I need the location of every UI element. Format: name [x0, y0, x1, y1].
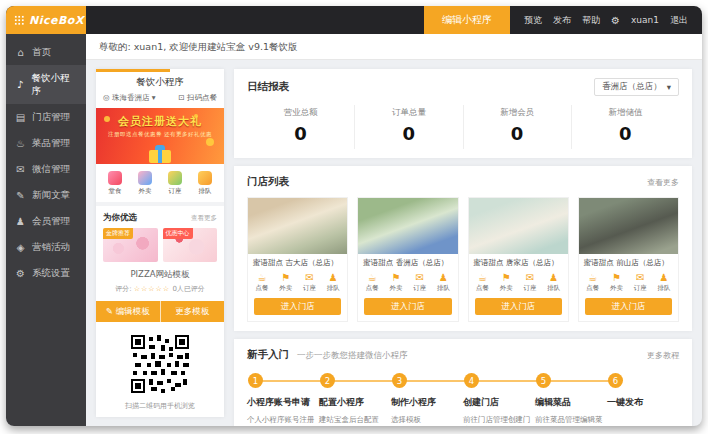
store-action-delivery[interactable]: ⚑外卖 — [500, 272, 513, 293]
sidebar-item-dish-management[interactable]: ♨ 菜品管理 — [6, 130, 86, 156]
sidebar-label: 门店管理 — [32, 111, 70, 124]
right-column: 日结报表 香洲店（总店） ▾ 营业总额 0 — [234, 69, 692, 417]
sidebar-item-wechat-management[interactable]: ✉ 微信管理 — [6, 156, 86, 182]
quick-action-label: 订座 — [169, 187, 182, 196]
store-action-delivery[interactable]: ⚑外卖 — [279, 272, 292, 293]
store-name: 蜜语甜点 唐家店（总店） — [469, 254, 568, 270]
store-action-booking[interactable]: ✉订座 — [413, 272, 426, 293]
stat-total-orders: 订单总量 0 — [354, 105, 462, 149]
rating-stars: ☆☆☆☆☆ — [134, 285, 170, 293]
scan-order-link[interactable]: ⊡ 扫码点餐 — [178, 93, 217, 103]
quick-actions-row: 堂食 外卖 订座 排队 — [96, 164, 224, 202]
edit-template-button[interactable]: ✎ 编辑模板 — [96, 301, 161, 322]
action-label: 点餐 — [366, 284, 379, 293]
store-photo — [469, 198, 568, 254]
featured-image-1[interactable]: 金牌推荐 — [103, 228, 158, 262]
edit-template-label: 编辑模板 — [116, 306, 150, 316]
stat-label: 订单总量 — [355, 107, 462, 119]
featured-more-link[interactable]: 查看更多 — [191, 214, 217, 223]
greeting-text: 尊敬的: xuan1, 欢迎使用建站宝盒 v9.1餐饮版 — [86, 34, 702, 60]
template-buttons: ✎ 编辑模板 更多模板 — [96, 301, 224, 322]
store-action-delivery[interactable]: ⚑外卖 — [389, 272, 402, 293]
store-action-queue[interactable]: ♟排队 — [437, 272, 450, 293]
sidebar-item-home[interactable]: ⌂ 首页 — [6, 39, 86, 65]
featured-image-2[interactable]: 优惠中心 — [163, 228, 218, 262]
action-label: 外卖 — [279, 284, 292, 293]
sidebar-item-member-management[interactable]: ♟ 会员管理 — [6, 208, 86, 234]
menu-preview[interactable]: 预览 — [524, 14, 542, 27]
order-icon: ☕ — [257, 272, 266, 283]
sidebar-item-news-articles[interactable]: ✎ 新闻文章 — [6, 182, 86, 208]
store-action-queue[interactable]: ♟排队 — [658, 272, 671, 293]
sidebar-item-restaurant-miniprogram[interactable]: ♪ 餐饮小程序 — [6, 65, 86, 104]
stat-total-revenue: 营业总额 0 — [247, 105, 354, 149]
template-rating: 评分: ☆☆☆☆☆ 0人已评分 — [96, 284, 224, 294]
booking-icon: ✉ — [636, 272, 644, 283]
news-icon: ✎ — [15, 190, 26, 201]
sidebar-label: 营销活动 — [32, 241, 70, 254]
store-action-order[interactable]: ☕点餐 — [255, 272, 268, 293]
caret-down-icon: ▾ — [667, 82, 671, 92]
action-label: 排队 — [658, 284, 671, 293]
gift-box-icon — [149, 150, 171, 163]
enter-store-button[interactable]: 进入门店 — [475, 298, 562, 315]
order-icon: ☕ — [588, 272, 597, 283]
sidebar-item-system-settings[interactable]: ⚙ 系统设置 — [6, 260, 86, 286]
qr-code — [131, 335, 189, 393]
quick-action-queue[interactable]: 排队 — [198, 171, 212, 196]
enter-store-button[interactable]: 进入门店 — [364, 298, 451, 315]
menu-publish[interactable]: 发布 — [553, 14, 571, 27]
edit-icon: ✎ — [106, 306, 113, 316]
quick-action-takeout[interactable]: 外卖 — [138, 171, 152, 196]
stat-value: 0 — [247, 123, 354, 144]
menu-help[interactable]: 帮助 — [582, 14, 600, 27]
onboarding-card: 新手入门 一步一步教您搭建微信小程序 更多教程 1 小程序账号申请 个人小程序账… — [234, 339, 692, 426]
onboarding-step-3: 3 制作小程序 选择模板 设计制作 — [391, 373, 463, 426]
quick-action-reserve[interactable]: 订座 — [168, 171, 182, 196]
gear-icon[interactable]: ⚙ — [611, 15, 620, 26]
store-action-booking[interactable]: ✉订座 — [303, 272, 316, 293]
promo-banner[interactable]: 会员注册送大礼 注册即送点餐优惠券 还有更多好礼优惠 — [96, 108, 224, 164]
menu-logout[interactable]: 退出 — [670, 14, 688, 27]
step-title: 编辑菜品 — [535, 396, 607, 409]
store-filter-dropdown[interactable]: 香洲店（总店） ▾ — [594, 78, 679, 96]
store-name: 蜜语甜点 前山店（总店） — [579, 254, 678, 270]
action-label: 点餐 — [476, 284, 489, 293]
store-action-queue[interactable]: ♟排队 — [327, 272, 340, 293]
featured-section: 为你优选 查看更多 金牌推荐 优惠中心 — [96, 202, 224, 262]
location-selector[interactable]: ◎ 珠海香洲店 ▾ — [103, 93, 156, 103]
edit-miniprogram-button[interactable]: 编辑小程序 — [424, 6, 510, 34]
featured-badge-1: 金牌推荐 — [103, 228, 133, 239]
delivery-icon: ⚑ — [281, 272, 290, 283]
template-name: PIZZA网站模板 — [96, 269, 224, 281]
store-action-delivery[interactable]: ⚑外卖 — [610, 272, 623, 293]
more-templates-button[interactable]: 更多模板 — [161, 301, 225, 322]
username[interactable]: xuan1 — [631, 15, 659, 25]
enter-store-button[interactable]: 进入门店 — [254, 298, 341, 315]
sidebar-item-store-management[interactable]: ▤ 门店管理 — [6, 104, 86, 130]
main-area: 尊敬的: xuan1, 欢迎使用建站宝盒 v9.1餐饮版 餐饮小程序 ◎ 珠海香… — [86, 34, 702, 426]
step-title: 一键发布 — [607, 396, 679, 409]
store-action-booking[interactable]: ✉订座 — [634, 272, 647, 293]
store-action-queue[interactable]: ♟排队 — [547, 272, 560, 293]
rating-count: 0人已评分 — [172, 285, 204, 293]
rating-prefix: 评分: — [115, 285, 131, 293]
store-action-order[interactable]: ☕点餐 — [586, 272, 599, 293]
featured-badge-2: 优惠中心 — [163, 228, 193, 239]
step-title: 创建门店 — [463, 396, 535, 409]
store-action-order[interactable]: ☕点餐 — [476, 272, 489, 293]
store-name: 蜜语甜点 香洲店（总店） — [358, 254, 457, 270]
sidebar-item-marketing[interactable]: ◈ 营销活动 — [6, 234, 86, 260]
enter-store-button[interactable]: 进入门店 — [585, 298, 672, 315]
store-action-booking[interactable]: ✉订座 — [524, 272, 537, 293]
stat-label: 营业总额 — [247, 107, 354, 119]
store-action-order[interactable]: ☕点餐 — [366, 272, 379, 293]
store-filter-value: 香洲店（总店） — [602, 81, 662, 93]
booking-icon: ✉ — [416, 272, 424, 283]
location-label: 珠海香洲店 — [112, 93, 150, 102]
more-tutorials-link[interactable]: 更多教程 — [647, 350, 679, 361]
stores-more-link[interactable]: 查看更多 — [647, 177, 679, 188]
onboarding-timeline: 1 小程序账号申请 个人小程序账号注册 企业小程序账号注册、认证 微信公众号注册… — [247, 373, 679, 426]
quick-action-dine-in[interactable]: 堂食 — [108, 171, 122, 196]
queue-icon: ♟ — [660, 272, 669, 283]
